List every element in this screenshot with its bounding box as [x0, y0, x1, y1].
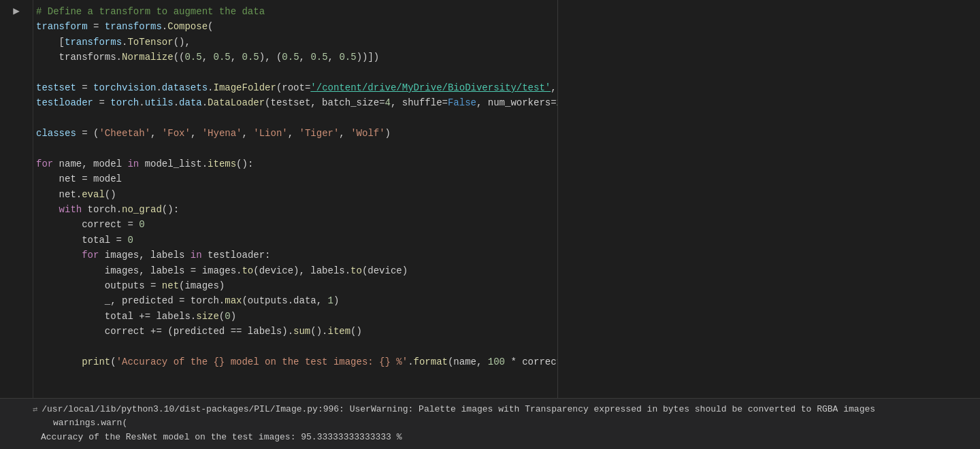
code-line: correct += (predicted == labels).sum().i…	[36, 324, 549, 339]
cell-main: ▶ # Define a transform to augment the da…	[0, 0, 980, 398]
output-text-3: Accuracy of the ResNet model on the test…	[41, 432, 402, 442]
code-line: for name, model in model_list.items():	[36, 156, 549, 171]
code-line	[36, 111, 549, 126]
output-line-1: ⇄/usr/local/lib/python3.10/dist-packages…	[33, 403, 972, 417]
code-line: net.eval()	[36, 187, 549, 202]
code-line: _, predicted = torch.max(outputs.data, 1…	[36, 293, 549, 308]
output-text-2: warnings.warn(	[53, 418, 127, 428]
code-line: testset = torchvision.datasets.ImageFold…	[36, 80, 549, 95]
code-line: testloader = torch.utils.data.DataLoader…	[36, 95, 549, 110]
code-line: net = model	[36, 171, 549, 186]
output-text-1: /usr/local/lib/python3.10/dist-packages/…	[42, 404, 875, 414]
output-line-2: warnings.warn(	[33, 416, 972, 431]
code-line: outputs = net(images)	[36, 278, 549, 293]
output-area: ⇄/usr/local/lib/python3.10/dist-packages…	[0, 398, 980, 449]
code-line	[36, 65, 549, 80]
code-line: transforms.Normalize((0.5, 0.5, 0.5), (0…	[36, 50, 549, 65]
code-line	[36, 339, 549, 354]
code-line: print('Accuracy of the {} model on the t…	[36, 354, 549, 369]
code-line: transform = transforms.Compose(	[36, 19, 549, 34]
code-line: with torch.no_grad():	[36, 202, 549, 217]
code-line: [transforms.ToTensor(),	[36, 35, 549, 50]
code-line: # Define a transform to augment the data	[36, 4, 549, 19]
code-line: images, labels = images.to(device), labe…	[36, 263, 549, 278]
output-line-3: Accuracy of the ResNet model on the test…	[33, 431, 972, 445]
output-icon: ⇄	[33, 403, 37, 416]
code-line	[36, 142, 549, 156]
run-button[interactable]: ▶	[10, 4, 23, 18]
code-line: for images, labels in testloader:	[36, 248, 549, 263]
code-editor[interactable]: # Define a transform to augment the data…	[33, 0, 557, 398]
code-line: classes = ('Cheetah', 'Fox', 'Hyena', 'L…	[36, 126, 549, 141]
code-line: correct = 0	[36, 217, 549, 232]
cell-gutter: ▶	[0, 0, 33, 398]
code-line: total += labels.size(0)	[36, 309, 549, 324]
code-line: total = 0	[36, 233, 549, 248]
right-panel	[558, 0, 980, 398]
notebook-cell: ▶ # Define a transform to augment the da…	[0, 0, 980, 449]
